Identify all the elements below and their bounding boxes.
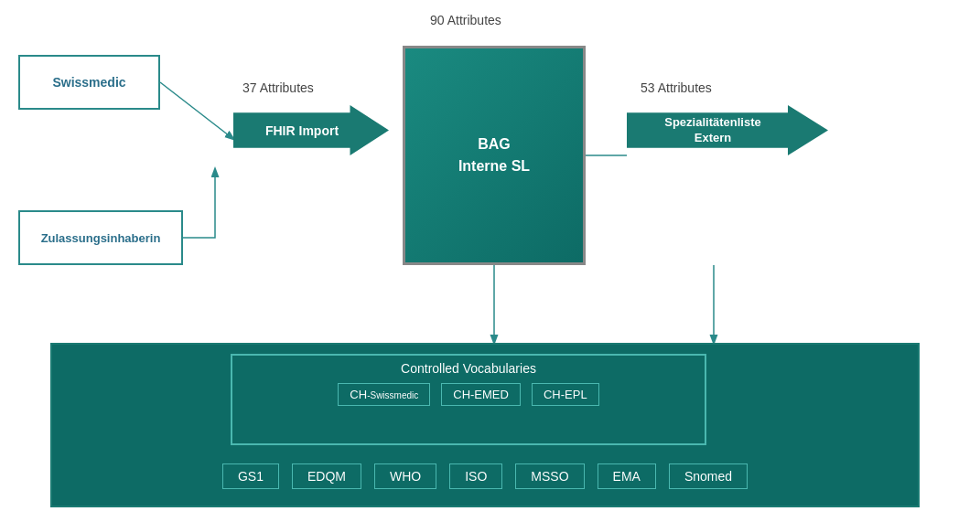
cv-chip-ch-epl: CH-EPL xyxy=(532,383,599,406)
label-53-attributes: 53 Attributes xyxy=(641,80,712,95)
spezialitaetenliste-arrow: SpezialitätenlisteExtern xyxy=(627,105,828,155)
cv-chips-row: CH-Swissmedic CH-EMED CH-EPL xyxy=(338,383,598,406)
cv-chip-snomed: Snomed xyxy=(669,463,748,489)
diagram-container: Swissmedic Zulassungsinhaberin 37 Attrib… xyxy=(0,0,980,522)
cv-title: Controlled Vocabularies xyxy=(401,361,536,376)
spez-label: SpezialitätenlisteExtern xyxy=(657,115,760,146)
cv-chip-who: WHO xyxy=(374,463,436,489)
label-90-attributes: 90 Attributes xyxy=(430,13,501,27)
cv-chip-ch-emed: CH-EMED xyxy=(441,383,521,406)
cv-chip-ema: EMA xyxy=(598,463,656,489)
fhir-import-label: FHIR Import xyxy=(256,123,339,138)
cv-chip-iso: ISO xyxy=(449,463,502,489)
cv-chip-edqm: EDQM xyxy=(292,463,361,489)
cv-bottom-row: GS1 EDQM WHO ISO MSSO EMA Snomed xyxy=(80,463,890,489)
fhir-arrow-shape: FHIR Import xyxy=(233,105,389,155)
cv-chip-gs1: GS1 xyxy=(222,463,279,489)
cv-inner-box: Controlled Vocabularies CH-Swissmedic CH… xyxy=(231,354,706,445)
spez-arrow-shape: SpezialitätenlisteExtern xyxy=(627,105,828,155)
label-37-attributes: 37 Attributes xyxy=(242,80,314,95)
swissmedic-box: Swissmedic xyxy=(18,55,160,110)
cv-chip-ch-swissmedic: CH-Swissmedic xyxy=(338,383,430,406)
zulassung-label: Zulassungsinhaberin xyxy=(41,231,161,245)
swissmedic-label: Swissmedic xyxy=(52,75,125,90)
svg-line-0 xyxy=(160,82,233,139)
zulassung-box: Zulassungsinhaberin xyxy=(18,210,183,265)
fhir-import-arrow: FHIR Import xyxy=(233,105,389,155)
cv-chip-msso: MSSO xyxy=(515,463,584,489)
bag-label: BAGInterne SL xyxy=(458,133,530,177)
cv-outer-box: Controlled Vocabularies CH-Swissmedic CH… xyxy=(50,343,920,507)
bag-box: BAGInterne SL xyxy=(403,46,586,265)
